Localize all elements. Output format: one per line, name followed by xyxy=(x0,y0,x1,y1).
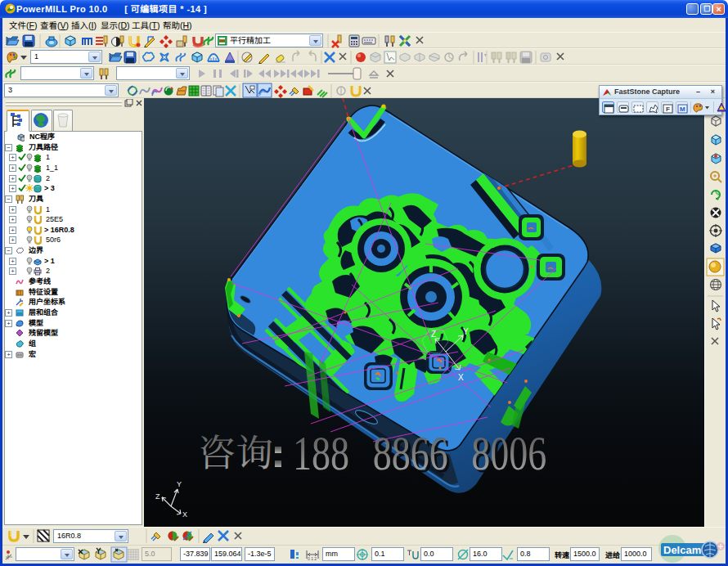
svg-text:Y: Y xyxy=(177,480,182,488)
svg-text:188 8866 8006: 188 8866 8006 xyxy=(293,427,546,480)
svg-text:咨询: 咨询 xyxy=(198,423,273,477)
svg-text:X: X xyxy=(458,373,464,382)
svg-text:Y: Y xyxy=(463,327,469,336)
svg-text:Delcam: Delcam xyxy=(663,544,701,556)
svg-text:0 1 2: 0 1 2 xyxy=(308,556,317,561)
svg-text:Z: Z xyxy=(155,492,160,501)
svg-text:M: M xyxy=(680,106,685,113)
svg-text:X: X xyxy=(182,510,187,519)
svg-text:Z: Z xyxy=(431,330,436,339)
svg-text:F: F xyxy=(666,106,670,113)
